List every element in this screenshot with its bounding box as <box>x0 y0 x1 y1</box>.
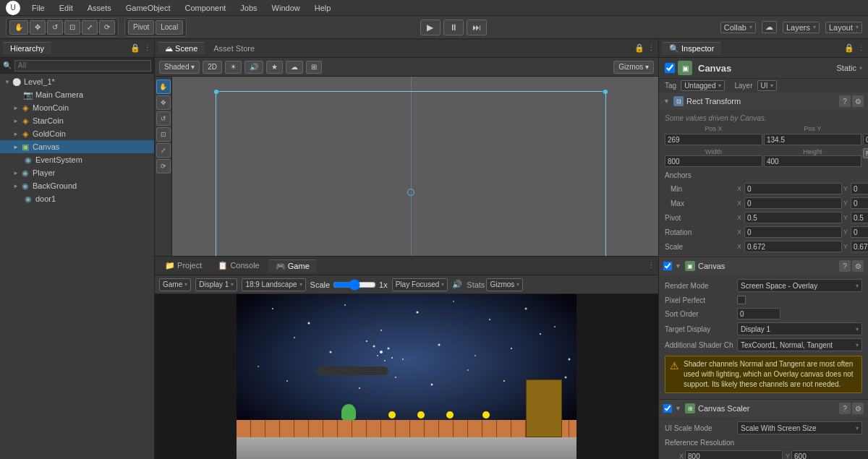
menu-assets[interactable]: Assets <box>85 2 114 14</box>
shader-channels-dropdown[interactable]: TexCoord1, Normal, Tangent ▾ <box>737 338 862 351</box>
layer-dropdown[interactable]: UI ▾ <box>757 80 777 91</box>
game-mode-dropdown[interactable]: Game ▾ <box>159 278 191 291</box>
sound-icon[interactable]: 🔊 <box>452 280 462 289</box>
scale-x-input[interactable] <box>744 241 842 252</box>
pivot-y-input[interactable] <box>851 212 868 223</box>
pos-y-input[interactable] <box>764 134 861 145</box>
inspector-lock-icon[interactable]: 🔒 <box>844 43 854 53</box>
gizmos-dropdown[interactable]: Gizmos ▾ <box>486 278 523 291</box>
ref-x-input[interactable] <box>685 450 783 459</box>
object-active-checkbox[interactable] <box>665 63 675 73</box>
pause-button[interactable]: ⏸ <box>443 20 464 35</box>
step-button[interactable]: ⏭ <box>467 20 487 35</box>
width-input[interactable] <box>665 155 762 167</box>
tree-item-mooncoin[interactable]: ► ◈ MoonCoin <box>0 101 154 114</box>
console-tab[interactable]: 📋 Console <box>210 259 266 272</box>
menu-help[interactable]: Help <box>312 2 334 14</box>
scaler-settings-btn[interactable]: ⚙ <box>852 403 864 414</box>
render-mode-dropdown[interactable]: Screen Space - Overlay ▾ <box>737 279 862 292</box>
inspector-menu-icon[interactable]: ⋮ <box>857 43 865 53</box>
max-x-input[interactable] <box>744 197 842 209</box>
collab-button[interactable]: Collab▾ <box>720 22 756 33</box>
gizmo-rect[interactable]: ⤢ <box>156 143 171 158</box>
hand-tool[interactable]: ✋ <box>9 20 28 35</box>
canvas-center-handle[interactable] <box>407 189 414 196</box>
scene-hidden-btn[interactable]: ☁ <box>286 61 303 74</box>
menu-window[interactable]: Window <box>269 2 303 14</box>
scene-lock-icon[interactable]: 🔒 <box>634 43 644 53</box>
cloud-button[interactable]: ☁ <box>762 21 777 33</box>
scaler-help-btn[interactable]: ? <box>839 403 851 414</box>
canvas-component-header[interactable]: ▼ ▣ Canvas ? ⚙ <box>659 257 868 275</box>
stats-label[interactable]: Stats <box>467 280 485 289</box>
tree-item-starcoin[interactable]: ► ◈ StarCoin <box>0 114 154 127</box>
rect-tool[interactable]: ⤢ <box>82 20 98 35</box>
max-y-input[interactable] <box>851 197 868 209</box>
canvas-active-checkbox[interactable] <box>663 262 672 270</box>
menu-component[interactable]: Component <box>182 2 229 14</box>
scene-grid-btn[interactable]: ⊞ <box>306 61 322 74</box>
play-button[interactable]: ▶ <box>420 20 441 35</box>
menu-jobs[interactable]: Jobs <box>237 2 260 14</box>
tag-dropdown[interactable]: Untagged ▾ <box>681 80 724 91</box>
tree-item-goldcoin[interactable]: ► ◈ GoldCoin <box>0 127 154 140</box>
display-dropdown[interactable]: Display 1 ▾ <box>195 278 237 291</box>
inspector-tab[interactable]: 🔍 Inspector <box>662 42 721 55</box>
sort-order-input[interactable] <box>737 308 780 319</box>
gizmo-rotate[interactable]: ↺ <box>156 111 171 126</box>
menu-edit[interactable]: Edit <box>56 2 76 14</box>
tree-item-eventsystem[interactable]: ◉ EventSystem <box>0 153 154 166</box>
height-input[interactable] <box>764 155 861 167</box>
canvas-help-btn[interactable]: ? <box>839 260 851 272</box>
min-x-input[interactable] <box>744 183 842 194</box>
hierarchy-search-input[interactable] <box>14 60 151 72</box>
gizmo-transform[interactable]: ⟳ <box>156 159 171 173</box>
asset-store-tab[interactable]: Asset Store <box>206 43 262 54</box>
scene-canvas[interactable] <box>172 77 658 256</box>
handle-tr[interactable] <box>603 90 608 94</box>
ref-y-input[interactable] <box>791 450 868 459</box>
rot-x-input[interactable] <box>744 226 842 238</box>
canvas-scaler-checkbox[interactable] <box>663 404 672 413</box>
gizmo-move[interactable]: ✥ <box>156 95 171 110</box>
pos-x-input[interactable] <box>665 134 762 145</box>
local-button[interactable]: Local <box>156 20 183 35</box>
transform-tool[interactable]: ⟳ <box>99 20 115 35</box>
project-tab[interactable]: 📁 Project <box>158 259 209 272</box>
tree-item-canvas[interactable]: ► ▣ Canvas <box>0 140 154 153</box>
layers-dropdown[interactable]: Layers▾ <box>783 22 820 33</box>
move-tool[interactable]: ✥ <box>30 20 46 35</box>
shaded-dropdown[interactable]: Shaded ▾ <box>159 61 200 74</box>
scene-audio-btn[interactable]: 🔊 <box>244 61 263 74</box>
tree-item-level1[interactable]: ▼ ⚪ Level_1* <box>0 75 154 88</box>
hierarchy-menu-icon[interactable]: ⋮ <box>143 43 151 53</box>
layout-dropdown[interactable]: Layout▾ <box>825 22 862 33</box>
scene-effects-btn[interactable]: ★ <box>266 61 283 74</box>
scene-menu-icon[interactable]: ⋮ <box>647 43 655 53</box>
rotate-tool[interactable]: ↺ <box>47 20 63 35</box>
r-button[interactable]: R <box>863 148 868 158</box>
rot-y-input[interactable] <box>851 226 868 238</box>
scene-gizmos-btn[interactable]: Gizmos ▾ <box>613 61 654 74</box>
canvas-settings-btn[interactable]: ⚙ <box>852 260 864 272</box>
pixel-perfect-checkbox[interactable] <box>737 296 746 304</box>
object-name[interactable]: Canvas <box>698 63 836 74</box>
handle-tl[interactable] <box>214 90 218 94</box>
scene-tab[interactable]: ⛰ Scene <box>158 42 205 54</box>
hierarchy-tab[interactable]: Hierarchy <box>3 42 51 54</box>
tree-item-main-camera[interactable]: 📷 Main Camera <box>0 88 154 101</box>
scale-tool[interactable]: ⊡ <box>64 20 80 35</box>
canvas-scaler-header[interactable]: ▼ ⊞ Canvas Scaler ? ⚙ <box>659 400 868 417</box>
rect-settings-btn[interactable]: ⚙ <box>852 95 864 107</box>
scene-lighting-btn[interactable]: ☀ <box>225 61 242 74</box>
scale-slider[interactable] <box>333 280 376 289</box>
gizmo-scale[interactable]: ⊡ <box>156 127 171 142</box>
gizmo-hand[interactable]: ✋ <box>156 80 171 94</box>
hierarchy-lock-icon[interactable]: 🔒 <box>130 43 140 53</box>
target-display-dropdown[interactable]: Display 1 ▾ <box>737 322 862 335</box>
tree-item-background[interactable]: ► ◉ BackGround <box>0 179 154 192</box>
scene-2d-btn[interactable]: 2D <box>203 61 222 74</box>
menu-gameobject[interactable]: GameObject <box>123 2 174 14</box>
game-menu-icon[interactable]: ⋮ <box>647 261 655 270</box>
aspect-dropdown[interactable]: 18:9 Landscape ▾ <box>242 278 305 291</box>
